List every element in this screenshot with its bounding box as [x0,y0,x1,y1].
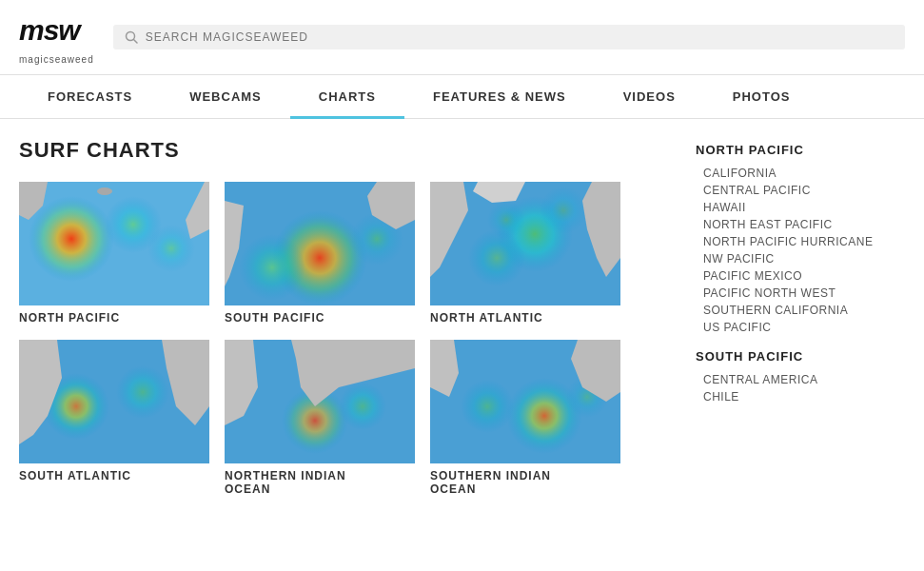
nav-item-features[interactable]: FEATURES & NEWS [404,75,595,118]
chart-map-northern-indian-ocean [225,340,415,463]
chart-item-southern-indian-ocean[interactable]: SOUTHERN INDIAN OCEAN [430,340,620,496]
page-title: SURF CHARTS [19,138,677,163]
chart-canvas-north-pacific [19,182,209,305]
chart-item-north-pacific[interactable]: NORTH PACIFIC [19,182,209,325]
chart-item-south-atlantic[interactable]: SOUTH ATLANTIC [19,340,209,496]
main-nav: FORECASTS WEBCAMS CHARTS FEATURES & NEWS… [0,75,924,119]
nav-item-forecasts[interactable]: FORECASTS [19,75,161,118]
charts-content: SURF CHARTS NORTH PACIFICSOUTH PACIFICNO… [19,138,677,496]
search-icon [125,30,138,44]
sidebar-link-0-9[interactable]: US PACIFIC [696,319,905,336]
chart-label-southern-indian-ocean: SOUTHERN INDIAN OCEAN [430,469,620,496]
chart-map-southern-indian-ocean [430,340,620,463]
sidebar-link-0-7[interactable]: PACIFIC NORTH WEST [696,285,905,302]
sidebar-section-title-0: NORTH PACIFIC [696,143,905,157]
svg-line-2 [133,40,137,44]
chart-label-south-atlantic: SOUTH ATLANTIC [19,469,209,482]
sidebar-section-title-1: SOUTH PACIFIC [696,349,905,364]
chart-map-north-atlantic [430,182,620,305]
charts-grid: NORTH PACIFICSOUTH PACIFICNORTH ATLANTIC… [19,182,677,496]
chart-map-south-pacific [225,182,415,305]
nav-item-photos[interactable]: PHOTOS [704,75,819,118]
chart-canvas-south-atlantic [19,340,209,463]
site-header: msw magicseaweed [0,0,924,75]
sidebar-link-0-0[interactable]: CALIFORNIA [696,165,905,182]
sidebar-link-0-1[interactable]: CENTRAL PACIFIC [696,182,905,199]
chart-label-north-pacific: NORTH PACIFIC [19,311,209,325]
chart-map-south-atlantic [19,340,209,463]
search-bar [113,25,905,49]
main-content: SURF CHARTS NORTH PACIFICSOUTH PACIFICNO… [0,119,924,515]
sidebar-link-0-5[interactable]: NW PACIFIC [696,250,905,267]
sidebar-link-0-8[interactable]: SOUTHERN CALIFORNIA [696,302,905,319]
sidebar-link-0-6[interactable]: PACIFIC MEXICO [696,267,905,285]
sidebar-link-0-2[interactable]: HAWAII [696,199,905,216]
logo-main: msw [19,10,94,54]
sidebar-link-1-0[interactable]: CENTRAL AMERICA [696,371,905,388]
chart-map-north-pacific [19,182,209,305]
logo-sub: magicseaweed [19,54,94,65]
chart-label-south-pacific: SOUTH PACIFIC [225,311,415,325]
search-input[interactable] [146,30,894,44]
nav-item-videos[interactable]: VIDEOS [595,75,704,118]
sidebar-link-0-4[interactable]: NORTH PACIFIC HURRICANE [696,233,905,250]
nav-item-webcams[interactable]: WEBCAMS [161,75,290,118]
chart-canvas-south-pacific [225,182,415,305]
chart-item-north-atlantic[interactable]: NORTH ATLANTIC [430,182,620,325]
chart-label-north-atlantic: NORTH ATLANTIC [430,311,620,325]
chart-canvas-southern-indian-ocean [430,340,620,463]
chart-item-south-pacific[interactable]: SOUTH PACIFIC [225,182,415,325]
chart-item-northern-indian-ocean[interactable]: NORTHERN INDIAN OCEAN [225,340,415,496]
chart-canvas-north-atlantic [430,182,620,305]
sidebar-link-1-1[interactable]: CHILE [696,388,905,405]
logo[interactable]: msw magicseaweed [19,10,94,65]
sidebar-link-0-3[interactable]: NORTH EAST PACIFIC [696,216,905,233]
chart-canvas-northern-indian-ocean [225,340,415,463]
svg-text:msw: msw [19,14,82,46]
sidebar: NORTH PACIFICCALIFORNIACENTRAL PACIFICHA… [696,138,905,496]
chart-label-northern-indian-ocean: NORTHERN INDIAN OCEAN [225,469,415,496]
nav-item-charts[interactable]: CHARTS [290,75,404,118]
